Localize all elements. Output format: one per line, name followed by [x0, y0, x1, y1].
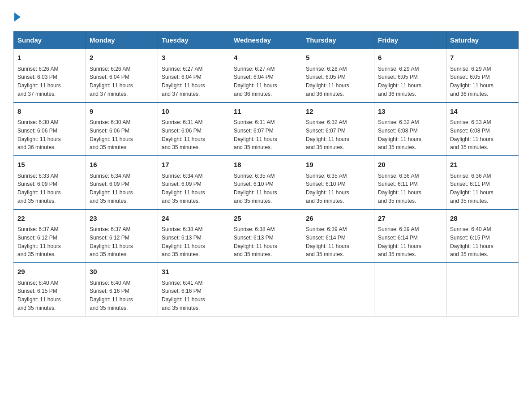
day-number: 11 — [234, 107, 298, 117]
calendar-cell: 17 Sunrise: 6:34 AMSunset: 6:09 PMDaylig… — [158, 156, 230, 210]
day-info: Sunrise: 6:32 AMSunset: 6:08 PMDaylight:… — [378, 119, 421, 150]
calendar-cell: 19 Sunrise: 6:35 AMSunset: 6:10 PMDaylig… — [302, 156, 374, 210]
day-number: 24 — [162, 214, 226, 224]
calendar-cell: 27 Sunrise: 6:39 AMSunset: 6:14 PMDaylig… — [374, 210, 446, 263]
day-number: 10 — [162, 107, 226, 117]
calendar-day-header: Friday — [374, 32, 446, 49]
calendar-cell: 28 Sunrise: 6:40 AMSunset: 6:15 PMDaylig… — [446, 210, 519, 263]
calendar-cell — [230, 263, 302, 316]
day-info: Sunrise: 6:34 AMSunset: 6:09 PMDaylight:… — [162, 173, 205, 204]
calendar-cell: 30 Sunrise: 6:40 AMSunset: 6:16 PMDaylig… — [86, 263, 158, 316]
calendar-cell: 31 Sunrise: 6:41 AMSunset: 6:16 PMDaylig… — [158, 263, 230, 316]
calendar-cell — [374, 263, 446, 316]
day-number: 2 — [90, 53, 154, 63]
day-info: Sunrise: 6:36 AMSunset: 6:11 PMDaylight:… — [450, 173, 493, 204]
logo — [13, 13, 21, 22]
calendar-day-header: Saturday — [446, 32, 519, 49]
day-info: Sunrise: 6:36 AMSunset: 6:11 PMDaylight:… — [378, 173, 421, 204]
day-number: 17 — [162, 160, 226, 170]
calendar-day-header: Sunday — [14, 32, 86, 49]
calendar-cell: 12 Sunrise: 6:32 AMSunset: 6:07 PMDaylig… — [302, 103, 374, 156]
calendar-cell: 18 Sunrise: 6:35 AMSunset: 6:10 PMDaylig… — [230, 156, 302, 210]
day-info: Sunrise: 6:35 AMSunset: 6:10 PMDaylight:… — [234, 173, 277, 204]
calendar-cell: 22 Sunrise: 6:37 AMSunset: 6:12 PMDaylig… — [14, 210, 86, 263]
day-number: 30 — [90, 267, 154, 277]
calendar-cell — [302, 263, 374, 316]
day-info: Sunrise: 6:31 AMSunset: 6:07 PMDaylight:… — [234, 119, 277, 150]
day-number: 22 — [17, 214, 82, 224]
calendar-cell: 25 Sunrise: 6:38 AMSunset: 6:13 PMDaylig… — [230, 210, 302, 263]
day-number: 5 — [306, 53, 370, 63]
day-info: Sunrise: 6:33 AMSunset: 6:08 PMDaylight:… — [450, 119, 493, 150]
day-info: Sunrise: 6:40 AMSunset: 6:16 PMDaylight:… — [90, 280, 133, 311]
calendar-cell — [446, 263, 519, 316]
day-number: 14 — [450, 107, 515, 117]
calendar-body: 1 Sunrise: 6:26 AMSunset: 6:03 PMDayligh… — [14, 49, 519, 316]
day-number: 28 — [450, 214, 515, 224]
day-info: Sunrise: 6:31 AMSunset: 6:06 PMDaylight:… — [162, 119, 205, 150]
day-info: Sunrise: 6:30 AMSunset: 6:06 PMDaylight:… — [17, 119, 61, 150]
day-number: 20 — [378, 160, 442, 170]
calendar-day-header: Wednesday — [230, 32, 302, 49]
calendar-day-header: Thursday — [302, 32, 374, 49]
calendar-week-row: 29 Sunrise: 6:40 AMSunset: 6:15 PMDaylig… — [14, 263, 519, 316]
calendar-cell: 10 Sunrise: 6:31 AMSunset: 6:06 PMDaylig… — [158, 103, 230, 156]
day-info: Sunrise: 6:39 AMSunset: 6:14 PMDaylight:… — [306, 226, 349, 257]
day-number: 21 — [450, 160, 515, 170]
calendar-week-row: 15 Sunrise: 6:33 AMSunset: 6:09 PMDaylig… — [14, 156, 519, 210]
day-info: Sunrise: 6:27 AMSunset: 6:04 PMDaylight:… — [162, 66, 205, 97]
day-number: 23 — [90, 214, 154, 224]
day-number: 18 — [234, 160, 298, 170]
day-info: Sunrise: 6:26 AMSunset: 6:03 PMDaylight:… — [17, 66, 61, 97]
day-info: Sunrise: 6:28 AMSunset: 6:05 PMDaylight:… — [306, 66, 349, 97]
day-number: 4 — [234, 53, 298, 63]
calendar-cell: 2 Sunrise: 6:26 AMSunset: 6:04 PMDayligh… — [86, 49, 158, 103]
calendar-table: SundayMondayTuesdayWednesdayThursdayFrid… — [13, 31, 519, 317]
calendar-cell: 20 Sunrise: 6:36 AMSunset: 6:11 PMDaylig… — [374, 156, 446, 210]
day-info: Sunrise: 6:37 AMSunset: 6:12 PMDaylight:… — [17, 226, 61, 257]
day-info: Sunrise: 6:35 AMSunset: 6:10 PMDaylight:… — [306, 173, 349, 204]
calendar-week-row: 22 Sunrise: 6:37 AMSunset: 6:12 PMDaylig… — [14, 210, 519, 263]
calendar-cell: 21 Sunrise: 6:36 AMSunset: 6:11 PMDaylig… — [446, 156, 519, 210]
day-number: 15 — [17, 160, 82, 170]
day-number: 25 — [234, 214, 298, 224]
calendar-header-row: SundayMondayTuesdayWednesdayThursdayFrid… — [14, 32, 519, 49]
day-number: 8 — [17, 107, 82, 117]
day-info: Sunrise: 6:26 AMSunset: 6:04 PMDaylight:… — [90, 66, 133, 97]
calendar-cell: 1 Sunrise: 6:26 AMSunset: 6:03 PMDayligh… — [14, 49, 86, 103]
day-info: Sunrise: 6:40 AMSunset: 6:15 PMDaylight:… — [17, 280, 61, 311]
calendar-cell: 8 Sunrise: 6:30 AMSunset: 6:06 PMDayligh… — [14, 103, 86, 156]
day-info: Sunrise: 6:38 AMSunset: 6:13 PMDaylight:… — [234, 226, 277, 257]
day-info: Sunrise: 6:39 AMSunset: 6:14 PMDaylight:… — [378, 226, 421, 257]
calendar-cell: 16 Sunrise: 6:34 AMSunset: 6:09 PMDaylig… — [86, 156, 158, 210]
day-info: Sunrise: 6:33 AMSunset: 6:09 PMDaylight:… — [17, 173, 61, 204]
day-number: 16 — [90, 160, 154, 170]
day-number: 1 — [17, 53, 82, 63]
calendar-cell: 13 Sunrise: 6:32 AMSunset: 6:08 PMDaylig… — [374, 103, 446, 156]
day-number: 13 — [378, 107, 442, 117]
day-number: 26 — [306, 214, 370, 224]
calendar-cell: 4 Sunrise: 6:27 AMSunset: 6:04 PMDayligh… — [230, 49, 302, 103]
calendar-cell: 23 Sunrise: 6:37 AMSunset: 6:12 PMDaylig… — [86, 210, 158, 263]
calendar-day-header: Monday — [86, 32, 158, 49]
calendar-cell: 14 Sunrise: 6:33 AMSunset: 6:08 PMDaylig… — [446, 103, 519, 156]
day-info: Sunrise: 6:37 AMSunset: 6:12 PMDaylight:… — [90, 226, 133, 257]
calendar-cell: 11 Sunrise: 6:31 AMSunset: 6:07 PMDaylig… — [230, 103, 302, 156]
day-number: 29 — [17, 267, 82, 277]
day-info: Sunrise: 6:27 AMSunset: 6:04 PMDaylight:… — [234, 66, 277, 97]
calendar-cell: 15 Sunrise: 6:33 AMSunset: 6:09 PMDaylig… — [14, 156, 86, 210]
calendar-cell: 6 Sunrise: 6:29 AMSunset: 6:05 PMDayligh… — [374, 49, 446, 103]
day-info: Sunrise: 6:32 AMSunset: 6:07 PMDaylight:… — [306, 119, 349, 150]
day-number: 27 — [378, 214, 442, 224]
page-header — [13, 13, 519, 22]
calendar-cell: 7 Sunrise: 6:29 AMSunset: 6:05 PMDayligh… — [446, 49, 519, 103]
day-number: 12 — [306, 107, 370, 117]
day-info: Sunrise: 6:30 AMSunset: 6:06 PMDaylight:… — [90, 119, 133, 150]
logo-arrow-icon — [14, 13, 21, 21]
day-number: 31 — [162, 267, 226, 277]
day-number: 9 — [90, 107, 154, 117]
day-number: 7 — [450, 53, 515, 63]
day-number: 19 — [306, 160, 370, 170]
calendar-cell: 26 Sunrise: 6:39 AMSunset: 6:14 PMDaylig… — [302, 210, 374, 263]
calendar-cell: 24 Sunrise: 6:38 AMSunset: 6:13 PMDaylig… — [158, 210, 230, 263]
